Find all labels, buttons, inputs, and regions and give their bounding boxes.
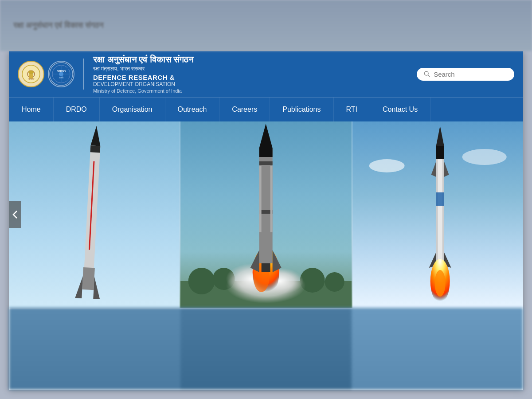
search-icon (424, 70, 430, 78)
website-container: 🏛️ सत्यमेव DRDO (9, 51, 523, 390)
svg-point-45 (369, 159, 404, 172)
nav-item-publications[interactable]: Publications (270, 98, 333, 121)
svg-point-28 (325, 272, 344, 292)
header-divider (83, 59, 84, 90)
org-info: रक्षा अनुसंधान एवं विकास संगठन रक्षा मंत… (93, 55, 193, 94)
hero-section (9, 121, 523, 308)
org-ministry: Ministry of Defence, Government of India (93, 88, 193, 94)
site-header: 🏛️ सत्यमेव DRDO (9, 51, 523, 97)
org-english-sub: DEVELOPMENT ORGANISATION (93, 81, 193, 87)
nav-item-drdo[interactable]: DRDO (54, 98, 100, 121)
svg-text:जयते: जयते (59, 76, 64, 79)
svg-point-59 (434, 270, 445, 297)
nav-item-rti[interactable]: RTI (334, 98, 370, 121)
bottom-panel-2 (180, 308, 352, 390)
svg-rect-20 (82, 267, 95, 290)
nav-item-home[interactable]: Home (9, 98, 54, 121)
nav-item-careers[interactable]: Careers (219, 98, 270, 121)
svg-line-14 (428, 75, 430, 77)
nav-item-contact[interactable]: Contact Us (370, 98, 430, 121)
bottom-panel-3 (352, 308, 523, 390)
missile-image-1 (9, 121, 180, 308)
hero-panel-2 (180, 121, 352, 308)
svg-rect-37 (259, 161, 273, 165)
search-input[interactable] (434, 70, 507, 78)
nav-item-outreach[interactable]: Outreach (165, 98, 220, 121)
main-nav: Home DRDO Organisation Outreach Careers … (9, 97, 523, 121)
svg-point-13 (424, 71, 428, 75)
svg-point-25 (188, 268, 215, 294)
svg-point-46 (462, 149, 506, 165)
bottom-section (9, 308, 523, 390)
browser-chrome: रक्षा अनुसंधान एवं विकास संगठन (0, 0, 532, 51)
bottom-panel-1 (9, 308, 180, 390)
org-english-main: DEFENCE RESEARCH & (93, 74, 193, 81)
hero-panel-1 (9, 121, 180, 308)
nav-item-organisation[interactable]: Organisation (100, 98, 165, 121)
svg-point-11 (59, 72, 63, 76)
logo-group: 🏛️ सत्यमेव DRDO (18, 61, 74, 87)
svg-rect-36 (259, 148, 273, 157)
search-area (417, 68, 514, 81)
svg-rect-18 (90, 145, 101, 153)
missile-image-3 (352, 121, 523, 308)
search-box[interactable] (417, 68, 514, 81)
slider-prev-button[interactable] (9, 201, 21, 228)
svg-text:सत्यमेव: सत्यमेव (28, 78, 35, 80)
india-emblem: 🏛️ सत्यमेव (18, 61, 44, 87)
svg-rect-40 (270, 166, 273, 232)
svg-rect-51 (442, 159, 444, 266)
missile-image-2 (180, 121, 351, 308)
svg-rect-39 (259, 166, 262, 232)
svg-rect-43 (262, 263, 270, 272)
svg-rect-48 (436, 146, 444, 159)
svg-point-3 (28, 70, 34, 74)
org-hindi-title: रक्षा अनुसंधान एवं विकास संगठन (93, 55, 193, 65)
chevron-left-icon (12, 210, 18, 219)
browser-url: रक्षा अनुसंधान एवं विकास संगठन (13, 21, 103, 30)
drdo-logo: DRDO जयते (48, 61, 74, 87)
svg-rect-50 (436, 159, 438, 266)
svg-rect-52 (436, 192, 444, 206)
header-left: 🏛️ सत्यमेव DRDO (18, 55, 193, 94)
hero-panel-3 (352, 121, 523, 308)
org-hindi-subtitle: रक्षा मंत्रालय, भारत सरकार (93, 66, 193, 72)
